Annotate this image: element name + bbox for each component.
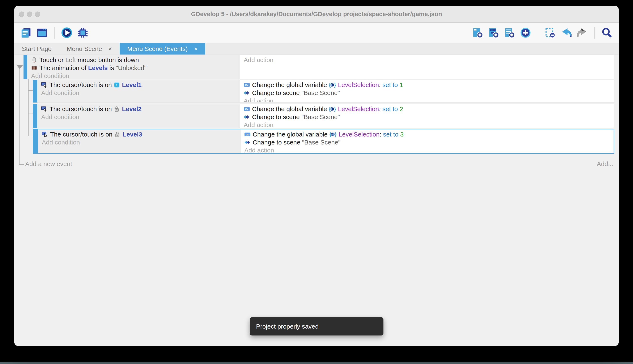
condition-line[interactable]: The animation of Levels is "Unlocked" [27,64,240,72]
toolbar-right-group [470,27,615,39]
tab-menu-scene[interactable]: Menu Scene× [59,43,120,54]
text-segment: is [108,64,116,72]
text-segment: LevelSelection [339,131,380,138]
toolbar-separator [538,27,538,38]
event-drag-handle[interactable] [33,129,38,153]
conditions-cell[interactable]: The cursor/touch is on Level3Add conditi… [38,129,240,153]
add-condition-button[interactable]: Add condition [37,89,240,97]
add-event-choose-button[interactable] [519,27,532,39]
var-icon: Var [244,82,252,88]
svg-text:}: } [334,106,336,112]
delete-selection-icon [545,27,556,38]
text-segment: Change the global variable [253,131,329,138]
event-row-level2[interactable]: The cursor/touch is on Level2Add conditi… [33,104,614,128]
svg-text:{: { [329,132,331,137]
redo-icon [576,27,588,38]
condition-line[interactable]: The cursor/touch is on 1Level1 [37,81,240,89]
action-line[interactable]: VarChange the global variable {}LevelSel… [240,105,614,113]
add-action-button[interactable]: Add action [240,56,614,64]
collapse-triangle[interactable] [16,65,23,69]
debug-button[interactable] [77,27,89,39]
conditions-cell[interactable]: The cursor/touch is on Level2Add conditi… [37,104,240,128]
window-title: GDevelop 5 - /Users/dkarakay/Documents/G… [14,6,619,23]
add-comment-icon [504,27,515,38]
event-row-parent[interactable]: Touch or Left mouse button is downThe an… [24,55,614,79]
condition-line[interactable]: The cursor/touch is on Level2 [37,105,240,113]
add-action-button[interactable]: Add action [240,121,614,128]
traffic-light-close[interactable] [19,12,24,17]
text-segment: Change the global variable [252,81,329,88]
text-segment: Change to scene [252,114,301,120]
text-segment: Change to scene [253,139,302,146]
add-condition-button[interactable]: Add condition [27,72,240,79]
scene-arrow-icon [244,90,252,96]
actions-cell[interactable]: Add action [240,55,614,79]
svg-text:Var: Var [245,108,249,110]
traffic-light-minimize[interactable] [27,12,32,17]
project-manager-button[interactable] [20,27,32,39]
condition-line[interactable]: The cursor/touch is on Level3 [38,130,240,138]
toolbar-separator [594,27,595,38]
tree-line [28,136,33,136]
scene-editor-button[interactable] [36,27,48,39]
add-action-button[interactable]: Add action [240,97,614,102]
animation-icon [31,65,40,71]
add-subevent-button[interactable] [488,27,500,39]
condition-line[interactable]: Touch or Left mouse button is down [27,56,240,64]
event-drag-handle[interactable] [33,104,37,128]
add-ellipsis-button[interactable]: Add... [597,160,613,168]
add-standard-event-button[interactable] [472,27,484,39]
scene-arrow-icon [244,114,252,120]
search-button[interactable] [601,27,613,39]
conditions-cell[interactable]: Touch or Left mouse button is downThe an… [27,55,240,79]
tab-start-page[interactable]: Start Page [14,43,59,54]
globe-braces-icon: {} [329,131,339,138]
tab-close-icon[interactable]: × [108,45,112,52]
main-toolbar [14,23,619,43]
tree-line [28,90,33,91]
tab-menu-scene-events[interactable]: Menu Scene (Events)× [120,43,205,54]
tab-label: Menu Scene (Events) [127,45,188,52]
tab-label: Start Page [22,45,52,52]
event-row-level3[interactable]: The cursor/touch is on Level3Add conditi… [33,129,614,154]
add-condition-button[interactable]: Add condition [38,138,240,146]
add-new-event-button[interactable]: Add a new event [25,160,72,168]
add-subevent-icon [488,27,499,38]
actions-cell[interactable]: VarChange the global variable {}LevelSel… [240,80,614,102]
text-segment: Left [65,56,76,64]
traffic-light-zoom[interactable] [35,12,40,17]
actions-cell[interactable]: VarChange the global variable {}LevelSel… [240,129,614,153]
add-event-choose-icon [520,27,531,38]
event-row-level1[interactable]: The cursor/touch is on 1Level1Add condit… [33,80,614,102]
text-segment: 1 [400,81,403,88]
action-line[interactable]: VarChange the global variable {}LevelSel… [240,130,613,138]
add-condition-button[interactable]: Add condition [37,113,240,121]
add-comment-button[interactable] [503,27,516,39]
text-segment: set to [382,106,400,112]
text-segment: : [380,131,383,138]
tab-label: Menu Scene [67,45,102,52]
text-segment: mouse button is down [76,56,139,64]
action-line[interactable]: Change to scene "Base Scene" [240,89,614,97]
event-drag-handle[interactable] [24,55,27,79]
tree-line [28,113,33,114]
text-segment: "Base Scene" [301,114,340,120]
text-segment: : [379,106,382,112]
globe-braces-icon: {} [329,82,338,88]
action-line[interactable]: Change to scene "Base Scene" [240,138,613,146]
event-drag-handle[interactable] [33,80,37,102]
undo-button[interactable] [560,27,572,39]
add-action-button[interactable]: Add action [240,146,613,153]
redo-button[interactable] [576,27,588,39]
text-segment: 3 [400,131,404,138]
tab-close-icon[interactable]: × [194,45,198,52]
action-line[interactable]: Change to scene "Base Scene" [240,113,614,121]
action-line[interactable]: VarChange the global variable {}LevelSel… [240,81,614,89]
actions-cell[interactable]: VarChange the global variable {}LevelSel… [240,104,614,128]
undo-icon [561,27,572,38]
conditions-cell[interactable]: The cursor/touch is on 1Level1Add condit… [37,80,240,102]
play-icon [61,27,72,38]
delete-selection-button[interactable] [544,27,556,39]
play-button[interactable] [61,27,73,39]
text-segment: set to [382,81,400,88]
